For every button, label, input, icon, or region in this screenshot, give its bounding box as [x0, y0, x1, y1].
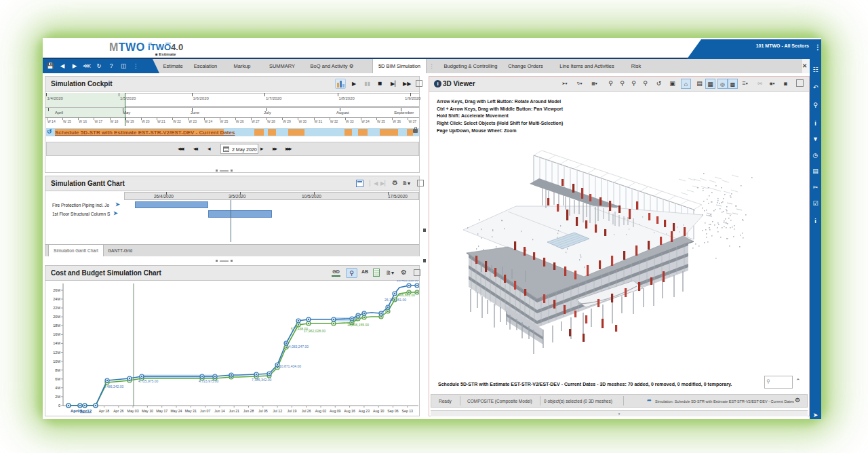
svg-text:Sep 06: Sep 06	[387, 409, 399, 413]
svg-text:Aug 02: Aug 02	[315, 409, 327, 413]
svg-text:20M: 20M	[53, 315, 60, 319]
svg-text:May 10: May 10	[142, 409, 153, 413]
svg-text:14,083,247.00: 14,083,247.00	[287, 344, 309, 349]
svg-text:Aug 16: Aug 16	[344, 409, 355, 413]
svg-text:Apr 18: Apr 18	[99, 409, 109, 413]
svg-text:2M: 2M	[55, 395, 60, 399]
svg-text:Jun 07: Jun 07	[200, 409, 211, 413]
svg-text:26,171,261.00: 26,171,261.00	[384, 298, 406, 302]
svg-text:0: 0	[58, 403, 60, 408]
svg-text:Jul 12: Jul 12	[273, 409, 282, 413]
svg-text:10M: 10M	[53, 359, 60, 363]
svg-text:466,861.00: 466,861.00	[398, 293, 415, 297]
svg-text:May 31: May 31	[185, 409, 197, 413]
svg-text:Jun 28: Jun 28	[243, 409, 254, 413]
svg-text:10,871,434.00: 10,871,434.00	[279, 364, 301, 368]
svg-text:4,723,975.00: 4,723,975.00	[199, 379, 218, 383]
svg-text:4,725,975.00: 4,725,975.00	[138, 379, 158, 383]
svg-text:16M: 16M	[53, 332, 60, 336]
svg-text:1,486,242.00: 1,486,242.00	[104, 385, 123, 389]
svg-text:Jul 26: Jul 26	[302, 409, 311, 413]
svg-text:24M: 24M	[53, 297, 60, 301]
svg-text:Jun 14: Jun 14	[214, 409, 225, 413]
svg-text:18M: 18M	[53, 323, 60, 328]
svg-text:Jul 05: Jul 05	[258, 409, 268, 413]
svg-text:12M: 12M	[53, 351, 60, 355]
svg-text:18,046,155.00: 18,046,155.00	[347, 323, 369, 327]
svg-text:14M: 14M	[53, 341, 60, 345]
svg-text:Jun 21: Jun 21	[229, 409, 239, 413]
svg-text:22M: 22M	[53, 306, 60, 310]
svg-text:Aug 30: Aug 30	[373, 409, 384, 413]
svg-text:Aug 09: Aug 09	[330, 409, 341, 413]
svg-text:6M: 6M	[55, 377, 60, 381]
svg-text:May 17: May 17	[156, 409, 167, 413]
svg-text:May 24: May 24	[170, 409, 182, 413]
svg-text:Apr12: Apr12	[80, 409, 92, 413]
svg-text:26M: 26M	[53, 288, 60, 292]
svg-text:Sep 13: Sep 13	[402, 409, 414, 413]
svg-text:Jul 19: Jul 19	[287, 409, 296, 413]
svg-text:4M: 4M	[55, 386, 60, 390]
svg-text:26,463,138.00: 26,463,138.00	[397, 280, 418, 282]
svg-text:8M: 8M	[55, 368, 60, 372]
svg-text:17,962,028.00: 17,962,028.00	[304, 329, 326, 333]
svg-text:May 03: May 03	[127, 409, 139, 413]
svg-text:7,385,342.00: 7,385,342.00	[252, 378, 271, 382]
svg-text:Aug 23: Aug 23	[359, 409, 370, 413]
svg-text:Apr 26: Apr 26	[113, 409, 123, 413]
